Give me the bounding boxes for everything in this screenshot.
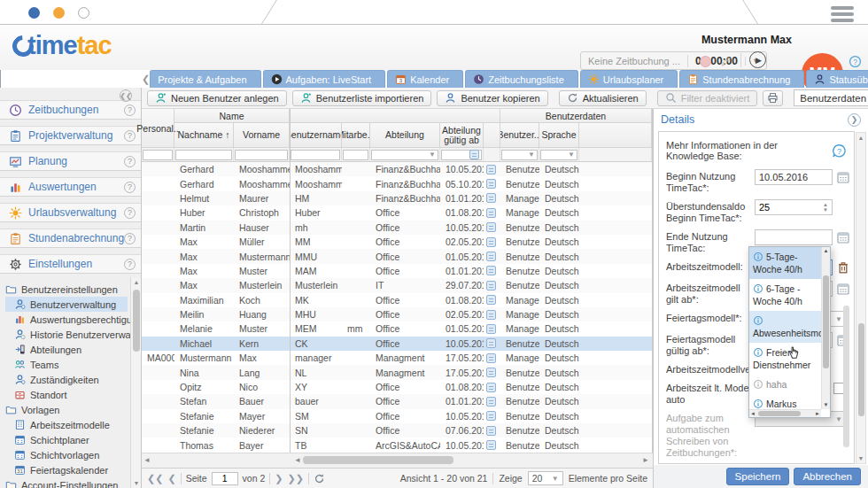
table-row[interactable]: Stefan Bauer bauer Office 01.01.2016 Ben… (142, 394, 652, 408)
dropdown-option[interactable]: Freier Dienstnehmer (749, 343, 821, 375)
section-help-icon[interactable]: ? (124, 259, 136, 270)
dropdown-option[interactable]: 5-Tage-Woche 40/h (749, 247, 821, 279)
filter-benutzername-input[interactable] (291, 150, 340, 160)
sidebar-collapse-icon[interactable]: ❮❮ (120, 89, 132, 102)
scroll-left-icon[interactable]: ◄ (750, 410, 756, 418)
settings-tree-item[interactable]: Benutzerverwaltung (5, 297, 128, 312)
save-button[interactable]: Speichern (726, 468, 790, 485)
table-row[interactable]: Gerhard Mooshammer Mooshammer Finanz&Buc… (142, 176, 652, 190)
column-header-personal[interactable]: Personal.. (142, 109, 174, 148)
start-timer-button[interactable]: ▶ (749, 51, 766, 68)
settings-tree-item[interactable]: Zuständigkeiten (5, 372, 141, 387)
delete-model-icon[interactable] (836, 260, 850, 275)
table-row[interactable]: Max Musterlein Musterlein IT 29.07.2016 … (142, 278, 652, 292)
filter-personal-input[interactable] (143, 150, 173, 160)
row-calendar-icon[interactable] (486, 338, 496, 348)
table-row[interactable]: Thomas Bayer TB ArcGIS&AutoCAD 10.05.201… (142, 438, 652, 452)
table-row[interactable]: Maximilian Koch MK Office 01.08.2016 Man… (142, 293, 652, 307)
hamburger-menu-icon[interactable] (831, 4, 854, 25)
info-icon[interactable] (753, 399, 763, 409)
time-tracking-control[interactable]: Keine Zeitbuchung ... 00:00:00 ▼ (580, 51, 767, 70)
calendar-icon[interactable] (469, 150, 479, 159)
section-help-icon[interactable]: ? (124, 130, 136, 142)
row-calendar-icon[interactable] (486, 310, 496, 320)
prev-page-icon[interactable]: ❮ (167, 473, 175, 484)
filter-sprache-select[interactable]: ▼ (540, 150, 577, 160)
dropdown-horizontal-scrollbar[interactable]: ◄ ► (749, 409, 821, 417)
scroll-right-icon[interactable]: ► (815, 410, 820, 418)
last-page-icon[interactable]: ❯❯ (288, 473, 304, 484)
calendar-icon[interactable] (836, 170, 850, 184)
table-row[interactable]: Max Mustermann MMU Office 01.05.2016 Ben… (142, 249, 652, 263)
details-scrollbar[interactable]: ▲ ▼ (856, 132, 866, 464)
settings-tree-item[interactable]: Arbeitszeitmodelle (5, 417, 141, 432)
row-calendar-icon[interactable] (486, 208, 496, 218)
info-icon[interactable] (753, 315, 763, 326)
module-tab[interactable]: Aufgaben: LiveStart (263, 70, 386, 88)
row-calendar-icon[interactable] (486, 222, 496, 232)
view-select[interactable]: Benutzerdaten▼ (794, 89, 868, 106)
row-calendar-icon[interactable] (486, 237, 496, 247)
window-dot-white[interactable] (78, 7, 89, 19)
scroll-thumb[interactable] (133, 290, 140, 352)
sidebar-section[interactable]: Urlaubsverwaltung ? (0, 203, 141, 222)
module-tab[interactable]: Projekte & Aufgaben (150, 70, 260, 88)
filter-nachname-input[interactable] (175, 150, 232, 160)
sidebar-section[interactable]: Stundenabrechnung ? (0, 229, 141, 248)
row-calendar-icon[interactable] (486, 397, 496, 407)
settings-tree-item[interactable]: Account-Einstellungen (5, 477, 141, 488)
scroll-down-icon[interactable]: ▼ (131, 478, 142, 488)
edit-booking-icon[interactable] (719, 54, 733, 68)
section-help-icon[interactable]: ? (124, 207, 136, 219)
scroll-left-icon[interactable]: ◄ (294, 456, 301, 464)
table-row[interactable]: Melanie Muster MEM mm Office 01.05.2016 … (142, 321, 652, 336)
row-calendar-icon[interactable] (486, 179, 496, 189)
column-header-mitarbeiter[interactable]: Mitarbe... (342, 123, 370, 148)
refresh-button[interactable]: Aktualisieren (559, 90, 647, 106)
table-row[interactable]: Stefanie Niederer SN Office 07.06.2016 B… (142, 423, 652, 438)
section-help-icon[interactable]: ? (124, 182, 136, 193)
settings-tree-item[interactable]: Historie Benutzerverwaltung (5, 327, 141, 342)
row-calendar-icon[interactable] (486, 281, 496, 290)
settings-tree-item[interactable]: Vorlagen (5, 402, 141, 417)
module-tab[interactable]: Urlaubsplaner (580, 70, 678, 88)
settings-tree-item[interactable]: 31 Feiertagskalender (5, 462, 141, 477)
record-icon[interactable] (700, 56, 711, 67)
scroll-left-icon[interactable]: ◄ (143, 456, 151, 464)
table-row[interactable]: Meilin Huang MHU Office 02.05.2016 Manag… (142, 307, 652, 321)
sidebar-section[interactable]: Auswertungen ? (0, 177, 141, 197)
calendar-icon[interactable] (836, 282, 850, 296)
column-header-sprache[interactable]: Sprache (539, 123, 579, 148)
sidebar-section[interactable]: Planung ? (0, 151, 141, 171)
scroll-down-icon[interactable]: ▼ (856, 453, 865, 463)
info-icon[interactable] (753, 347, 763, 358)
column-header-abteilung[interactable]: Abteilung (370, 123, 440, 148)
timer-task-placeholder[interactable]: Keine Zeitbuchung ... (581, 56, 687, 66)
dropdown-option[interactable]: 6-Tage - Woche 40/h (749, 279, 821, 311)
filter-disabled-button[interactable]: Filter deaktiviert (657, 90, 758, 106)
settings-tree-item[interactable]: Schichtvorlagen (5, 447, 141, 462)
dropdown-option[interactable]: Markus Modell (749, 394, 821, 409)
calendar-icon[interactable] (836, 230, 850, 244)
info-icon[interactable] (753, 379, 763, 390)
scroll-up-icon[interactable]: ▲ (131, 277, 142, 287)
filter-vorname-input[interactable] (235, 150, 288, 160)
table-row[interactable]: Opitz Nico XY Office 01.08.2016 Benutzer… (142, 380, 652, 394)
table-row[interactable]: Huber Christoph Huber Office 01.08.2016 … (142, 205, 652, 220)
ende-nutzung-input[interactable] (755, 229, 833, 245)
settings-tree-item[interactable]: Auswertungsberechtigungen (5, 312, 141, 327)
table-row[interactable]: Martin Hauser mh Office 10.05.2016 Benut… (142, 221, 652, 235)
scroll-up-icon[interactable]: ▲ (822, 247, 830, 255)
row-calendar-icon[interactable] (486, 252, 496, 261)
row-calendar-icon[interactable] (486, 165, 496, 174)
window-dot-blue[interactable] (28, 7, 40, 19)
module-tab[interactable]: Zeitbuchungsliste (465, 70, 578, 88)
page-number-input[interactable] (212, 472, 238, 485)
row-calendar-icon[interactable] (486, 266, 496, 275)
settings-tree-item[interactable]: Standort (5, 387, 141, 402)
help-icon[interactable]: ? (849, 55, 862, 68)
tab-scroll-left-icon[interactable]: ❮ (142, 71, 150, 88)
row-calendar-icon[interactable] (486, 368, 496, 377)
scroll-thumb[interactable] (303, 456, 453, 464)
column-header-benutzer[interactable]: Benutzer... (500, 123, 539, 148)
